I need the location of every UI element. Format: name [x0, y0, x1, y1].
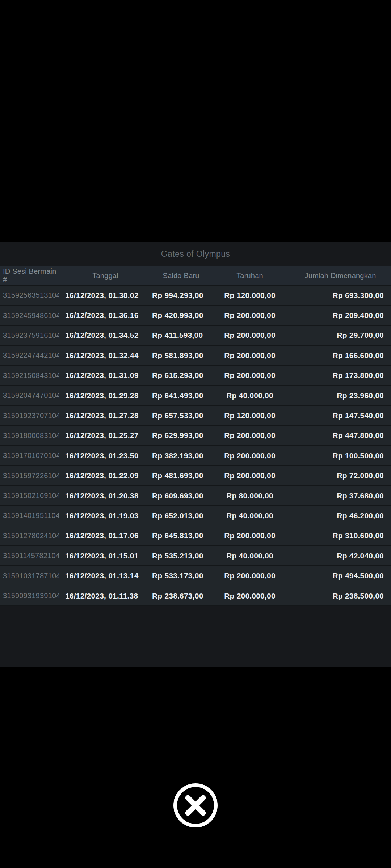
cell-date: 16/12/2023, 01.22.09	[59, 471, 152, 480]
table-row: 31592563513104 16/12/2023, 01.38.02 Rp 9…	[0, 286, 391, 306]
table-row: 31592247442104 16/12/2023, 01.32.44 Rp 5…	[0, 346, 391, 366]
cell-new-balance: Rp 238.673,00	[152, 592, 210, 600]
table-header-row: ID Sesi Bermain # Tanggal Saldo Baru Tar…	[0, 266, 391, 286]
cell-new-balance: Rp 535.213,00	[152, 552, 210, 560]
cell-session-id: 31591401951104	[0, 511, 59, 520]
cell-bet: Rp 120.000,00	[210, 291, 290, 300]
page-title: Gates of Olympus	[0, 242, 391, 266]
cell-new-balance: Rp 629.993,00	[152, 431, 210, 440]
cell-bet: Rp 200.000,00	[210, 531, 290, 540]
cell-bet: Rp 80.000,00	[210, 492, 290, 500]
cell-date: 16/12/2023, 01.13.14	[59, 571, 152, 580]
cell-new-balance: Rp 641.493,00	[152, 391, 210, 400]
cell-date: 16/12/2023, 01.17.06	[59, 531, 152, 540]
cell-bet: Rp 200.000,00	[210, 571, 290, 580]
cell-date: 16/12/2023, 01.38.02	[59, 291, 152, 300]
cell-session-id: 31592247442104	[0, 351, 59, 359]
cell-win-amount: Rp 29.700,00	[290, 331, 391, 340]
cell-new-balance: Rp 481.693,00	[152, 471, 210, 480]
table-row: 31592150843104 16/12/2023, 01.31.09 Rp 6…	[0, 366, 391, 386]
cell-date: 16/12/2023, 01.11.38	[59, 592, 152, 600]
cell-bet: Rp 40.000,00	[210, 511, 290, 520]
cell-win-amount: Rp 693.300,00	[290, 291, 391, 300]
cell-new-balance: Rp 994.293,00	[152, 291, 210, 300]
cell-new-balance: Rp 645.813,00	[152, 531, 210, 540]
cell-win-amount: Rp 147.540,00	[290, 411, 391, 420]
table-row: 31591597226104 16/12/2023, 01.22.09 Rp 4…	[0, 466, 391, 486]
cell-new-balance: Rp 533.173,00	[152, 571, 210, 580]
cell-bet: Rp 120.000,00	[210, 411, 290, 420]
cell-date: 16/12/2023, 01.32.44	[59, 351, 152, 360]
cell-bet: Rp 200.000,00	[210, 431, 290, 440]
cell-bet: Rp 200.000,00	[210, 371, 290, 380]
cell-win-amount: Rp 23.960,00	[290, 391, 391, 400]
cell-bet: Rp 200.000,00	[210, 592, 290, 600]
table-row: 31591923707104 16/12/2023, 01.27.28 Rp 6…	[0, 406, 391, 426]
table-row: 31592459486104 16/12/2023, 01.36.16 Rp 4…	[0, 306, 391, 326]
table-row: 31591502169104 16/12/2023, 01.20.38 Rp 6…	[0, 486, 391, 506]
table-row: 31591800083104 16/12/2023, 01.25.27 Rp 6…	[0, 426, 391, 446]
cell-win-amount: Rp 46.200,00	[290, 511, 391, 520]
cell-new-balance: Rp 581.893,00	[152, 351, 210, 360]
cell-new-balance: Rp 652.013,00	[152, 511, 210, 520]
cell-win-amount: Rp 238.500,00	[290, 592, 391, 600]
cell-session-id: 31591278024104	[0, 532, 59, 540]
cell-win-amount: Rp 166.600,00	[290, 351, 391, 360]
column-header-session-id: ID Sesi Bermain #	[0, 267, 59, 284]
cell-session-id: 31592563513104	[0, 291, 59, 299]
cell-new-balance: Rp 411.593,00	[152, 331, 210, 340]
cell-session-id: 31591502169104	[0, 492, 59, 500]
cell-session-id: 31590931939104	[0, 592, 59, 600]
cell-new-balance: Rp 615.293,00	[152, 371, 210, 380]
cell-bet: Rp 200.000,00	[210, 351, 290, 360]
table-row: 31591031787104 16/12/2023, 01.13.14 Rp 5…	[0, 566, 391, 586]
table-row: 31591145782104 16/12/2023, 01.15.01 Rp 5…	[0, 546, 391, 566]
cell-session-id: 31591145782104	[0, 552, 59, 560]
column-header-win-amount: Jumlah Dimenangkan	[290, 272, 391, 280]
column-header-new-balance: Saldo Baru	[152, 272, 210, 280]
cell-session-id: 31591031787104	[0, 572, 59, 580]
cell-date: 16/12/2023, 01.27.28	[59, 411, 152, 420]
cell-bet: Rp 40.000,00	[210, 391, 290, 400]
cell-date: 16/12/2023, 01.15.01	[59, 552, 152, 560]
cell-session-id: 31592459486104	[0, 311, 59, 320]
close-icon	[173, 783, 218, 828]
cell-session-id: 31591701070104	[0, 451, 59, 460]
cell-bet: Rp 40.000,00	[210, 552, 290, 560]
table-row: 31590931939104 16/12/2023, 01.11.38 Rp 2…	[0, 586, 391, 606]
table-row: 31591278024104 16/12/2023, 01.17.06 Rp 6…	[0, 526, 391, 546]
cell-date: 16/12/2023, 01.23.50	[59, 451, 152, 460]
cell-win-amount: Rp 173.800,00	[290, 371, 391, 380]
cell-date: 16/12/2023, 01.20.38	[59, 492, 152, 500]
cell-new-balance: Rp 657.533,00	[152, 411, 210, 420]
column-header-date: Tanggal	[59, 272, 152, 280]
cell-session-id: 31592375916104	[0, 331, 59, 340]
table-body: 31592563513104 16/12/2023, 01.38.02 Rp 9…	[0, 286, 391, 606]
cell-date: 16/12/2023, 01.25.27	[59, 431, 152, 440]
close-button[interactable]	[173, 783, 218, 828]
cell-session-id: 31591923707104	[0, 412, 59, 420]
cell-bet: Rp 200.000,00	[210, 451, 290, 460]
cell-session-id: 31592047470104	[0, 391, 59, 400]
cell-win-amount: Rp 42.040,00	[290, 552, 391, 560]
cell-win-amount: Rp 310.600,00	[290, 531, 391, 540]
table-row: 31591401951104 16/12/2023, 01.19.03 Rp 6…	[0, 506, 391, 526]
table-row: 31592047470104 16/12/2023, 01.29.28 Rp 6…	[0, 386, 391, 406]
cell-win-amount: Rp 37.680,00	[290, 492, 391, 500]
cell-win-amount: Rp 72.000,00	[290, 471, 391, 480]
cell-date: 16/12/2023, 01.36.16	[59, 311, 152, 320]
cell-session-id: 31591800083104	[0, 431, 59, 440]
table-row: 31592375916104 16/12/2023, 01.34.52 Rp 4…	[0, 326, 391, 346]
cell-win-amount: Rp 494.500,00	[290, 571, 391, 580]
cell-new-balance: Rp 609.693,00	[152, 492, 210, 500]
cell-date: 16/12/2023, 01.31.09	[59, 371, 152, 380]
cell-date: 16/12/2023, 01.19.03	[59, 511, 152, 520]
cell-bet: Rp 200.000,00	[210, 311, 290, 320]
column-header-bet: Taruhan	[210, 272, 290, 280]
cell-date: 16/12/2023, 01.29.28	[59, 391, 152, 400]
table-row: 31591701070104 16/12/2023, 01.23.50 Rp 3…	[0, 446, 391, 466]
cell-bet: Rp 200.000,00	[210, 331, 290, 340]
cell-bet: Rp 200.000,00	[210, 471, 290, 480]
cell-new-balance: Rp 382.193,00	[152, 451, 210, 460]
cell-win-amount: Rp 447.800,00	[290, 431, 391, 440]
